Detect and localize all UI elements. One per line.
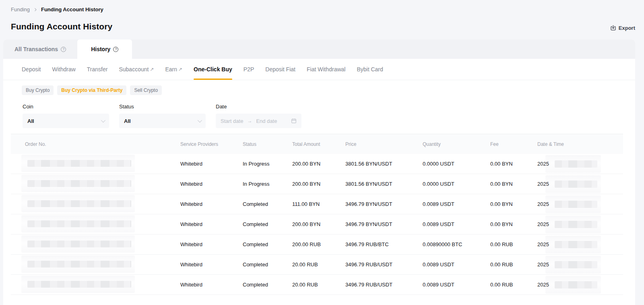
- breadcrumb: Funding Funding Account History: [11, 6, 635, 12]
- cell-service-provider: Whitebird: [180, 201, 243, 207]
- cell-fee: 0.00 BYN: [490, 161, 537, 167]
- subtab-bar: DepositWithdrawTransferSubaccount↗Earn↗O…: [3, 59, 635, 80]
- subtab-deposit[interactable]: Deposit: [22, 59, 41, 80]
- calendar-icon: [291, 118, 297, 124]
- tab-bar: All Transactions ? History ?: [3, 39, 635, 59]
- cell-price: 3496.79 RUB/BTC: [345, 241, 423, 247]
- transactions-table: Order No.Service ProvidersStatusTotal Am…: [11, 134, 623, 295]
- tab-all-transactions[interactable]: All Transactions ?: [3, 39, 77, 59]
- col-order-no: Order No.: [11, 141, 180, 147]
- cell-fee: 0.00 BYN: [490, 181, 537, 187]
- col-service-providers: Service Providers: [180, 141, 243, 147]
- chip-buy-crypto-via-third-party[interactable]: Buy Crypto via Third-Party: [57, 85, 126, 95]
- content-card: All Transactions ? History ? DepositWith…: [3, 39, 635, 305]
- cell-quantity: 0.0089 USDT: [423, 282, 490, 288]
- subtab-label: Earn: [165, 66, 177, 73]
- cell-order-no: [11, 220, 180, 228]
- subtab-transfer[interactable]: Transfer: [87, 59, 108, 80]
- cell-status: Completed: [243, 201, 292, 207]
- subtab-withdraw[interactable]: Withdraw: [52, 59, 75, 80]
- subtab-fiat-withdrawal[interactable]: Fiat Withdrawal: [307, 59, 345, 80]
- table-row: WhitebirdCompleted200.00 BYN3496.79 BYN/…: [11, 214, 623, 234]
- end-date-placeholder: End date: [256, 118, 277, 124]
- coin-select[interactable]: All: [23, 114, 109, 128]
- table-row: WhitebirdCompleted200.00 RUB3496.79 RUB/…: [11, 234, 623, 255]
- table-header: Order No.Service ProvidersStatusTotal Am…: [11, 134, 623, 154]
- chip-buy-crypto[interactable]: Buy Crypto: [22, 85, 54, 95]
- table-row: WhitebirdCompleted20.00 RUB3496.79 RUB/U…: [11, 275, 623, 295]
- date-filter-label: Date: [216, 104, 301, 110]
- order-no-redacted: [27, 200, 131, 207]
- status-select[interactable]: All: [119, 114, 206, 128]
- cell-fee: 0.00 RUB: [490, 282, 537, 288]
- date-redacted: [555, 241, 597, 248]
- cell-status: In Progress: [243, 161, 292, 167]
- cell-quantity: 0.0089 USDT: [423, 221, 490, 227]
- cell-date-time: 2025: [537, 160, 623, 168]
- cell-total-amount: 200.00 BYN: [292, 181, 345, 187]
- date-redacted: [555, 261, 597, 268]
- cell-order-no: [11, 241, 180, 249]
- help-circle-icon[interactable]: ?: [113, 47, 118, 52]
- cell-order-no: [11, 180, 180, 188]
- order-no-redacted: [27, 241, 131, 247]
- col-total-amount: Total Amount: [292, 141, 345, 147]
- date-year: 2025: [537, 221, 549, 227]
- subtab-subaccount[interactable]: Subaccount↗: [119, 59, 154, 80]
- subtab-label: Bybit Card: [357, 66, 383, 73]
- table-row: WhitebirdIn Progress200.00 BYN3801.56 BY…: [11, 154, 623, 174]
- cell-status: Completed: [243, 241, 292, 247]
- cell-price: 3496.79 BYN/USDT: [345, 201, 423, 207]
- external-link-icon: ↗: [150, 66, 154, 72]
- cell-fee: 0.00 BYN: [490, 201, 537, 207]
- cell-order-no: [11, 281, 180, 289]
- cell-status: Completed: [243, 282, 292, 288]
- chip-bar: Buy CryptoBuy Crypto via Third-PartySell…: [22, 85, 635, 95]
- col-quantity: Quantity: [423, 141, 490, 147]
- subtab-deposit-fiat[interactable]: Deposit Fiat: [265, 59, 295, 80]
- date-redacted: [555, 160, 597, 168]
- cell-date-time: 2025: [537, 221, 623, 228]
- chip-label: Sell Crypto: [134, 87, 158, 93]
- breadcrumb-current: Funding Account History: [41, 6, 103, 12]
- tab-history[interactable]: History ?: [77, 39, 132, 59]
- date-range-picker[interactable]: Start date → End date: [216, 114, 301, 128]
- cell-fee: 0.00 BYN: [490, 221, 537, 227]
- external-link-icon: ↗: [178, 66, 182, 72]
- help-circle-icon[interactable]: ?: [61, 47, 66, 52]
- chip-label: Buy Crypto: [26, 87, 50, 93]
- coin-filter-label: Coin: [23, 104, 109, 110]
- chip-sell-crypto[interactable]: Sell Crypto: [130, 85, 162, 95]
- cell-order-no: [11, 261, 180, 269]
- date-year: 2025: [537, 161, 549, 167]
- subtab-p2p[interactable]: P2P: [244, 59, 254, 80]
- export-button[interactable]: Export: [610, 25, 635, 31]
- cell-status: Completed: [243, 221, 292, 227]
- cell-service-provider: Whitebird: [180, 221, 243, 227]
- subtab-bybit-card[interactable]: Bybit Card: [357, 59, 383, 80]
- order-no-redacted: [27, 220, 131, 227]
- breadcrumb-parent[interactable]: Funding: [11, 6, 30, 12]
- subtab-earn[interactable]: Earn↗: [165, 59, 182, 80]
- cell-total-amount: 20.00 RUB: [292, 282, 345, 288]
- cell-total-amount: 111.00 BYN: [292, 201, 345, 207]
- cell-quantity: 0.0000 USDT: [423, 161, 490, 167]
- subtab-one-click-buy[interactable]: One-Click Buy: [194, 59, 232, 80]
- date-redacted: [555, 221, 597, 228]
- subtab-label: Withdraw: [52, 66, 75, 73]
- date-redacted: [555, 181, 597, 188]
- cell-price: 3496.79 BYN/USDT: [345, 221, 423, 227]
- subtab-label: One-Click Buy: [194, 66, 232, 73]
- cell-status: In Progress: [243, 181, 292, 187]
- cell-quantity: 0.0089 USDT: [423, 201, 490, 207]
- order-no-redacted: [27, 160, 131, 167]
- subtab-label: Deposit: [22, 66, 41, 73]
- tab-all-transactions-label: All Transactions: [14, 46, 58, 52]
- table-row: WhitebirdCompleted20.00 RUB3496.79 RUB/U…: [11, 255, 623, 275]
- table-row: WhitebirdIn Progress200.00 BYN3801.56 BY…: [11, 174, 623, 194]
- table-body: WhitebirdIn Progress200.00 BYN3801.56 BY…: [11, 154, 623, 295]
- status-filter-label: Status: [119, 104, 206, 110]
- page-title: Funding Account History: [11, 22, 635, 31]
- cell-service-provider: Whitebird: [180, 181, 243, 187]
- cell-service-provider: Whitebird: [180, 282, 243, 288]
